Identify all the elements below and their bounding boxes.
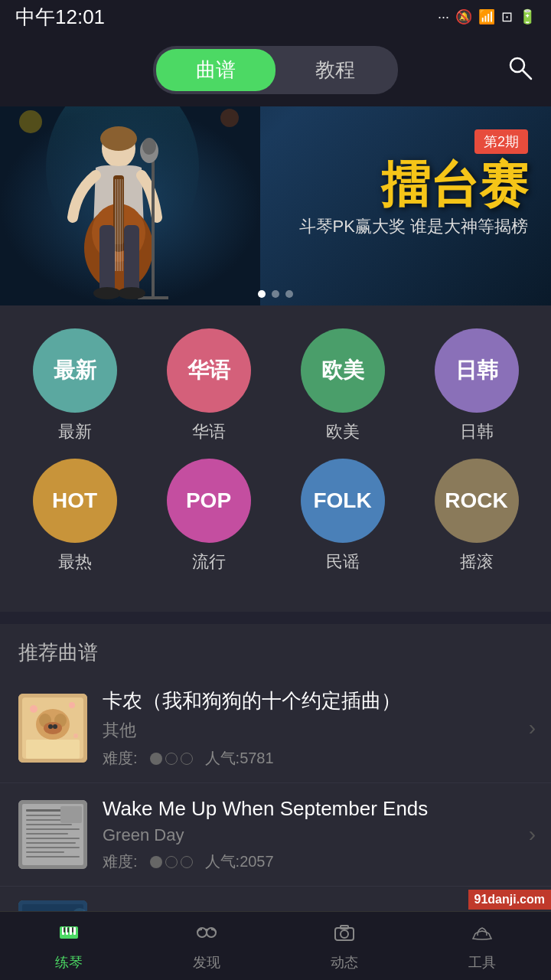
nav-label-faxian: 发现	[193, 953, 220, 972]
cat-label-folk: 民谣	[326, 550, 360, 573]
svg-rect-43	[26, 833, 68, 835]
popularity-2: 人气:2057	[205, 851, 274, 872]
banner-image	[0, 106, 260, 305]
cat-circle-folk: FOLK	[301, 459, 385, 543]
svg-point-20	[93, 287, 121, 299]
chevron-icon-1: ›	[529, 716, 536, 740]
nav-label-lianqin: 练琴	[55, 953, 83, 972]
nav-label-dongtai: 动态	[331, 953, 358, 972]
difficulty-label-2: 难度:	[103, 851, 138, 872]
song-info-2: Wake Me Up When September Ends Green Day…	[103, 797, 533, 872]
screen-icon: ⊡	[501, 8, 513, 25]
nav-item-gongju[interactable]: 工具	[413, 912, 551, 980]
svg-point-30	[44, 722, 62, 734]
svg-point-21	[118, 287, 145, 299]
cat-folk[interactable]: FOLK 民谣	[285, 459, 400, 573]
song-meta-2: 难度: 人气:2057	[103, 851, 533, 872]
svg-point-5	[100, 126, 137, 151]
nav-icon-dongtai	[332, 920, 357, 950]
cat-newest[interactable]: 最新 最新	[18, 328, 132, 443]
cat-label-chinese-inner: 华语	[187, 356, 230, 385]
cat-label-western-inner: 欧美	[321, 356, 364, 385]
guitarist-svg	[0, 106, 260, 305]
recommend-title: 推荐曲谱	[0, 624, 551, 674]
cat-western[interactable]: 欧美 欧美	[285, 328, 400, 443]
svg-point-17	[142, 138, 156, 155]
svg-point-32	[53, 724, 57, 729]
song-item-2[interactable]: Wake Me Up When September Ends Green Day…	[0, 783, 551, 887]
svg-point-33	[30, 705, 37, 713]
dot-1-3	[181, 753, 193, 765]
dot-2-2	[165, 856, 178, 868]
svg-rect-62	[67, 927, 69, 933]
cat-pop[interactable]: POP 流行	[152, 459, 266, 573]
battery-icon: 🔋	[519, 8, 536, 25]
banner-subtitle: 斗琴PK赢大奖 谁是大神等揭榜	[299, 215, 528, 238]
tools-icon	[470, 920, 494, 945]
dot-2-3	[181, 856, 193, 868]
svg-rect-44	[26, 838, 80, 839]
svg-rect-59	[70, 927, 72, 935]
wifi-icon: 📶	[478, 8, 495, 25]
song-artist-2: Green Day	[103, 825, 533, 845]
categories: 最新 最新 华语 华语 欧美 欧美 日韩 日韩 HOT 最	[0, 305, 551, 612]
svg-point-34	[69, 702, 75, 708]
header: 曲谱 教程	[0, 34, 551, 106]
popularity-1: 人气:5781	[205, 748, 274, 769]
cat-circle-rock: ROCK	[435, 459, 519, 543]
svg-rect-46	[26, 847, 80, 848]
cat-rock[interactable]: ROCK 摇滚	[419, 459, 534, 573]
dots-icon: ···	[438, 9, 449, 25]
svg-rect-47	[26, 851, 64, 853]
piano-icon	[57, 920, 81, 945]
chevron-icon-2: ›	[529, 822, 536, 847]
cat-label-hot-inner: HOT	[52, 488, 97, 513]
svg-rect-45	[26, 842, 76, 844]
cat-japanese[interactable]: 日韩 日韩	[419, 328, 534, 443]
cat-label-newest-inner: 最新	[54, 356, 96, 385]
status-icons: ··· 🔕 📶 ⊡ 🔋	[438, 8, 536, 25]
category-row-2: HOT 最热 POP 流行 FOLK 民谣 ROCK 摇滚	[8, 459, 543, 573]
cat-label-chinese: 华语	[192, 420, 226, 443]
banner-badge: 第2期	[474, 129, 528, 154]
cat-circle-newest: 最新	[33, 328, 117, 413]
svg-rect-26	[26, 740, 80, 759]
song-item-1[interactable]: 卡农（我和狗狗的十个约定插曲） 其他 难度: 人气:5781 ›	[0, 674, 551, 783]
song-title-1: 卡农（我和狗狗的十个约定插曲）	[103, 688, 533, 714]
song-info-1: 卡农（我和狗狗的十个约定插曲） 其他 难度: 人气:5781	[103, 688, 533, 769]
svg-point-35	[73, 733, 78, 738]
svg-point-23	[220, 109, 239, 127]
nav-item-faxian[interactable]: 发现	[138, 912, 276, 980]
kanon-svg	[18, 694, 87, 763]
dot-1-1	[150, 753, 162, 765]
cat-hot[interactable]: HOT 最热	[18, 459, 132, 573]
difficulty-label-1: 难度:	[103, 748, 138, 769]
svg-point-22	[19, 110, 42, 133]
cat-circle-chinese: 华语	[167, 328, 251, 413]
nav-item-lianqin[interactable]: 练琴	[0, 912, 138, 980]
svg-rect-18	[99, 225, 115, 294]
song-title-2: Wake Me Up When September Ends	[103, 797, 533, 821]
nav-icon-gongju	[470, 920, 494, 950]
cat-label-japanese-inner: 日韩	[455, 356, 498, 385]
status-time: 中午12:01	[15, 4, 105, 31]
watermark: 91danji.com	[468, 890, 551, 910]
difficulty-dots-1	[150, 753, 193, 765]
silent-icon: 🔕	[455, 8, 472, 25]
svg-line-1	[523, 70, 531, 79]
tab-tutorial[interactable]: 教程	[276, 49, 395, 91]
svg-point-31	[48, 724, 53, 729]
dot-1-2	[165, 753, 178, 765]
cat-label-hot: 最热	[58, 550, 92, 573]
song-thumb-2	[18, 800, 87, 869]
song-thumb-1	[18, 694, 87, 763]
bottom-nav: 练琴 发现 动态	[0, 911, 551, 980]
nav-icon-lianqin	[57, 920, 81, 950]
banner-dot-3	[285, 290, 293, 298]
cat-chinese[interactable]: 华语 华语	[152, 328, 266, 443]
cat-label-rock: 摇滚	[460, 550, 494, 573]
search-button[interactable]	[507, 54, 533, 87]
tab-scores[interactable]: 曲谱	[156, 49, 276, 91]
search-icon	[507, 54, 533, 80]
nav-item-dongtai[interactable]: 动态	[276, 912, 413, 980]
